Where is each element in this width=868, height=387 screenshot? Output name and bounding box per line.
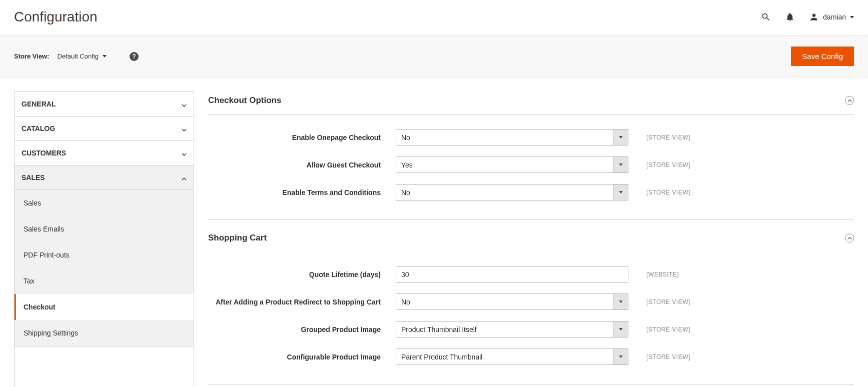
field-control: [396, 266, 628, 282]
field-label: Enable Onepage Checkout: [208, 134, 396, 142]
notification-icon[interactable]: [785, 12, 795, 22]
scope-left: Store View: Default Config ?: [14, 52, 139, 61]
form-rows: Enable Onepage Checkout No [STORE VIEW] …: [208, 115, 854, 216]
help-icon[interactable]: ?: [130, 52, 139, 61]
scope-hint: [STORE VIEW]: [646, 189, 690, 196]
collapse-icon: [845, 234, 854, 242]
scope-hint: [STORE VIEW]: [646, 134, 690, 141]
scope-hint: [STORE VIEW]: [646, 298, 690, 306]
field-label: Configurable Product Image: [208, 353, 396, 361]
sidebar-item-pdf-printouts[interactable]: PDF Print-outs: [15, 242, 194, 268]
field-control: No: [396, 129, 628, 146]
select-toggle: [613, 130, 628, 145]
select-configurable-product-image[interactable]: Parent Product Thumbnail: [396, 348, 628, 365]
chevron-down-icon: [182, 126, 187, 131]
chevron-down-icon: [103, 55, 107, 58]
save-config-button[interactable]: Save Config: [791, 46, 854, 66]
sidebar-item-tax[interactable]: Tax: [15, 268, 194, 294]
select-value: Product Thumbnail Itself: [396, 322, 613, 337]
scope-hint: [STORE VIEW]: [646, 162, 690, 168]
search-icon[interactable]: [761, 12, 771, 22]
field-enable-terms-conditions: Enable Terms and Conditions No [STORE VI…: [208, 184, 854, 200]
scope-hint: [STORE VIEW]: [646, 354, 690, 360]
sidebar-item-sales[interactable]: Sales: [15, 190, 194, 216]
sidebar-section-label: SALES: [22, 174, 45, 182]
select-toggle: [613, 157, 628, 172]
chevron-up-icon: [182, 175, 187, 180]
scope-hint: [WEBSITE]: [646, 271, 679, 278]
select-toggle: [613, 322, 628, 337]
field-control: Product Thumbnail Itself: [396, 321, 628, 338]
field-label: Allow Guest Checkout: [208, 161, 396, 169]
section-divider: [208, 220, 854, 220]
sidebar-item-shipping-settings[interactable]: Shipping Settings: [15, 320, 194, 346]
page-title: Configuration: [14, 9, 98, 25]
field-enable-onepage-checkout: Enable Onepage Checkout No [STORE VIEW]: [208, 129, 854, 146]
field-configurable-product-image: Configurable Product Image Parent Produc…: [208, 348, 854, 365]
chevron-down-icon: [182, 150, 187, 156]
field-control: Parent Product Thumbnail: [396, 348, 628, 365]
store-view-label: Store View:: [14, 52, 50, 60]
section-divider: [208, 384, 854, 384]
chevron-down-icon: [619, 136, 623, 138]
field-control: No: [396, 184, 628, 200]
user-name: damian: [823, 13, 846, 21]
page-header: Configuration damian: [0, 0, 868, 35]
sidebar-section-label: CUSTOMERS: [22, 149, 66, 157]
chevron-down-icon: [850, 16, 854, 18]
field-control: Yes: [396, 156, 628, 173]
select-redirect-to-cart[interactable]: No: [396, 294, 628, 310]
sidebar-section-customers[interactable]: CUSTOMERS: [15, 141, 194, 166]
select-value: No: [396, 294, 613, 310]
field-label: After Adding a Product Redirect to Shopp…: [208, 298, 396, 306]
user-menu[interactable]: damian: [809, 12, 854, 22]
section-header-shopping-cart[interactable]: Shopping Cart: [208, 229, 854, 252]
field-grouped-product-image: Grouped Product Image Product Thumbnail …: [208, 321, 854, 338]
sidebar-section-sales[interactable]: SALES Sales Sales Emails PDF Print-outs …: [15, 166, 194, 346]
chevron-down-icon: [182, 102, 187, 106]
field-allow-guest-checkout: Allow Guest Checkout Yes [STORE VIEW]: [208, 156, 854, 173]
select-value: No: [396, 184, 613, 200]
user-icon: [809, 12, 819, 22]
field-redirect-to-cart: After Adding a Product Redirect to Shopp…: [208, 294, 854, 310]
sidebar-sub-sales: Sales Sales Emails PDF Print-outs Tax Ch…: [15, 190, 194, 346]
field-label: Grouped Product Image: [208, 326, 396, 334]
select-toggle: [613, 294, 628, 310]
sidebar-section-catalog[interactable]: CATALOG: [15, 116, 194, 141]
select-enable-terms-conditions[interactable]: No: [396, 184, 628, 200]
scope-hint: [STORE VIEW]: [646, 326, 690, 333]
chevron-down-icon: [619, 328, 623, 330]
collapse-icon: [845, 96, 854, 105]
config-sidebar: GENERAL CATALOG CUSTOMERS SALES Sales: [14, 92, 194, 387]
field-control: No: [396, 294, 628, 310]
sidebar-section-general[interactable]: GENERAL: [15, 92, 194, 116]
store-view-value: Default Config: [58, 52, 99, 60]
chevron-down-icon: [619, 300, 623, 303]
sidebar-item-checkout[interactable]: Checkout: [15, 294, 194, 320]
section-shopping-cart: Shopping Cart Quote Lifetime (days) [WEB…: [208, 229, 854, 384]
header-actions: damian: [761, 12, 854, 22]
field-quote-lifetime: Quote Lifetime (days) [WEBSITE]: [208, 266, 854, 282]
section-title: Checkout Options: [208, 96, 281, 106]
chevron-down-icon: [619, 356, 623, 358]
config-content: Checkout Options Enable Onepage Checkout…: [208, 92, 854, 387]
select-toggle: [613, 184, 628, 200]
select-allow-guest-checkout[interactable]: Yes: [396, 156, 628, 173]
select-enable-onepage-checkout[interactable]: No: [396, 129, 628, 146]
select-value: Parent Product Thumbnail: [396, 349, 613, 364]
section-checkout-options: Checkout Options Enable Onepage Checkout…: [208, 92, 854, 220]
sidebar-item-sales-emails[interactable]: Sales Emails: [15, 216, 194, 242]
section-header-checkout-options[interactable]: Checkout Options: [208, 92, 854, 115]
store-view-selector[interactable]: Default Config: [58, 52, 107, 60]
chevron-down-icon: [619, 191, 623, 194]
scope-bar: Store View: Default Config ? Save Config: [0, 35, 868, 78]
sidebar-section-label: GENERAL: [22, 100, 56, 108]
chevron-down-icon: [619, 164, 623, 166]
section-title: Shopping Cart: [208, 233, 267, 243]
field-label: Quote Lifetime (days): [208, 270, 396, 278]
sidebar-section-label: CATALOG: [22, 124, 55, 132]
select-grouped-product-image[interactable]: Product Thumbnail Itself: [396, 321, 628, 338]
input-quote-lifetime[interactable]: [396, 266, 628, 282]
field-label: Enable Terms and Conditions: [208, 188, 396, 196]
select-value: Yes: [396, 157, 613, 172]
